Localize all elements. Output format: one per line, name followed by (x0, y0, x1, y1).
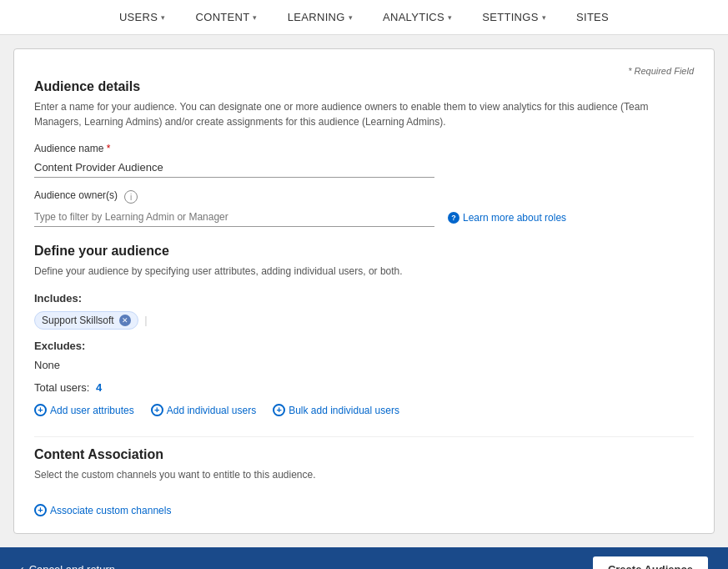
bottom-bar: ‹ Cancel and return Create Audience (0, 547, 728, 569)
includes-tags: Support Skillsoft ✕ | (34, 311, 694, 330)
add-individual-users-link[interactable]: + Add individual users (151, 404, 256, 416)
required-note: * Required Field (34, 66, 694, 76)
audience-details-section: Audience details Enter a name for your a… (34, 79, 694, 227)
tag-support-skillsoft: Support Skillsoft ✕ (34, 311, 138, 330)
action-links: + Add user attributes + Add individual u… (34, 404, 694, 416)
nav-content[interactable]: CONTENT ▾ (181, 0, 273, 34)
users-chevron-icon: ▾ (161, 13, 165, 22)
settings-chevron-icon: ▾ (542, 13, 546, 22)
content-chevron-icon: ▾ (253, 13, 257, 22)
plus-circle-icon-2: + (151, 404, 163, 416)
associate-custom-channels-link[interactable]: + Associate custom channels (34, 504, 171, 516)
nav-sites[interactable]: SITES (561, 0, 624, 34)
define-audience-title: Define your audience (34, 244, 694, 259)
total-users-label: Total users: (34, 381, 89, 394)
nav-analytics[interactable]: ANALYTICS ▾ (368, 0, 467, 34)
create-audience-button[interactable]: Create Audience (593, 556, 708, 570)
audience-owner-label: Audience owner(s) (34, 189, 118, 201)
plus-circle-icon-1: + (34, 404, 47, 416)
nav-settings[interactable]: SETTINGS ▾ (467, 0, 561, 34)
back-arrow-icon: ‹ (20, 562, 24, 569)
content-association-section: Content Association Select the custom ch… (34, 436, 694, 516)
tag-divider: | (144, 314, 147, 326)
owner-input-row: ? Learn more about roles (34, 208, 694, 227)
nav-users[interactable]: USERS ▾ (104, 0, 181, 34)
info-icon[interactable]: i (124, 190, 138, 204)
total-users-count-link[interactable]: 4 (96, 381, 102, 394)
excludes-label: Excludes: (34, 340, 694, 352)
audience-details-title: Audience details (34, 79, 694, 94)
content-card: * Required Field Audience details Enter … (13, 48, 715, 534)
add-user-attributes-link[interactable]: + Add user attributes (34, 404, 134, 416)
audience-name-input[interactable] (34, 158, 434, 178)
audience-owner-input[interactable] (34, 208, 434, 227)
audience-details-description: Enter a name for your audience. You can … (34, 99, 694, 129)
top-navigation: USERS ▾ CONTENT ▾ LEARNING ▾ ANALYTICS ▾… (0, 0, 728, 35)
plus-circle-icon-3: + (273, 404, 285, 416)
cancel-return-link[interactable]: ‹ Cancel and return (20, 562, 115, 569)
includes-label: Includes: (34, 292, 694, 305)
bulk-add-individual-users-link[interactable]: + Bulk add individual users (273, 404, 399, 416)
excludes-section: Excludes: None (34, 340, 694, 371)
tag-label: Support Skillsoft (42, 315, 114, 326)
help-circle-icon: ? (448, 212, 459, 224)
total-users-row: Total users: 4 (34, 381, 694, 394)
define-audience-description: Define your audience by specifying user … (34, 264, 694, 279)
remove-tag-button[interactable]: ✕ (119, 315, 131, 326)
nav-learning[interactable]: LEARNING ▾ (273, 0, 368, 34)
analytics-chevron-icon: ▾ (448, 13, 452, 22)
excludes-value: None (34, 359, 694, 371)
learning-chevron-icon: ▾ (349, 13, 353, 22)
plus-circle-icon-4: + (34, 504, 47, 516)
content-association-title: Content Association (34, 447, 694, 462)
main-wrapper: * Required Field Audience details Enter … (0, 35, 728, 534)
learn-more-roles-link[interactable]: ? Learn more about roles (448, 212, 566, 224)
content-association-description: Select the custom channels you want to e… (34, 467, 694, 482)
define-audience-section: Define your audience Define your audienc… (34, 244, 694, 416)
audience-name-label: Audience name * (34, 143, 694, 154)
